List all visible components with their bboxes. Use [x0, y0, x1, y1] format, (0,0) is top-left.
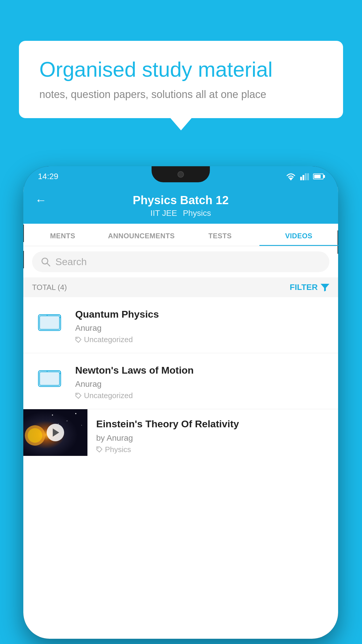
video-title: Einstein's Theory Of Relativity [96, 417, 329, 430]
video-title: Quantum Physics [75, 308, 329, 321]
folder-thumbnail-quantum [32, 306, 67, 335]
video-info-einstein: Einstein's Theory Of Relativity by Anura… [87, 409, 338, 462]
svg-rect-1 [300, 177, 302, 180]
filter-row: TOTAL (4) FILTER [23, 277, 338, 297]
video-tag: Physics [96, 445, 329, 454]
search-icon [41, 257, 51, 267]
video-info-quantum: Quantum Physics Anurag Uncategorized [75, 306, 329, 344]
play-icon [53, 428, 59, 437]
total-count: TOTAL (4) [32, 283, 67, 292]
search-bar[interactable]: Search [32, 251, 329, 272]
play-button[interactable] [47, 424, 64, 441]
list-item[interactable]: Quantum Physics Anurag Uncategorized [23, 297, 338, 353]
header-title: Physics Batch 12 [133, 194, 229, 207]
svg-rect-3 [305, 173, 307, 180]
svg-rect-12 [40, 372, 59, 385]
svg-point-18 [67, 421, 68, 421]
svg-point-16 [28, 428, 42, 443]
tag-icon [75, 393, 82, 399]
svg-rect-4 [307, 173, 309, 180]
svg-marker-0 [289, 178, 293, 181]
svg-point-19 [75, 413, 76, 414]
tab-announcements[interactable]: ANNOUNCEMENTS [102, 224, 181, 246]
search-bar-container: Search [23, 246, 338, 277]
video-title: Newton's Laws of Motion [75, 364, 329, 377]
svg-line-6 [47, 263, 50, 266]
filter-icon [321, 283, 329, 291]
filter-label: FILTER [290, 283, 318, 292]
tab-documents[interactable]: MENTS [23, 224, 102, 246]
tab-videos[interactable]: VIDEOS [259, 224, 338, 246]
video-tag: Uncategorized [75, 335, 329, 344]
filter-button[interactable]: FILTER [290, 283, 329, 292]
svg-marker-7 [321, 284, 329, 291]
wifi-icon [286, 172, 296, 181]
header-subtitle: IIT JEE Physics [150, 209, 211, 218]
video-info-newton: Newton's Laws of Motion Anurag Uncategor… [75, 362, 329, 400]
svg-point-13 [76, 394, 78, 395]
video-tag: Uncategorized [75, 391, 329, 400]
tag-icon [96, 446, 103, 453]
svg-point-10 [76, 338, 78, 339]
tabs-bar: MENTS ANNOUNCEMENTS TESTS VIDEOS [23, 224, 338, 246]
list-item[interactable]: Newton's Laws of Motion Anurag Uncategor… [23, 353, 338, 409]
header-top: ← Physics Batch 12 [35, 194, 326, 207]
volume-down-button [23, 251, 24, 268]
tab-tests[interactable]: TESTS [181, 224, 259, 246]
status-bar: 14:29 [23, 166, 338, 187]
phone-notch [152, 166, 210, 182]
svg-point-17 [52, 414, 53, 416]
back-button[interactable]: ← [35, 194, 47, 207]
header-tag-iitjee: IIT JEE [150, 209, 177, 218]
folder-icon [38, 309, 61, 332]
video-author: Anurag [75, 323, 329, 333]
phone-screen: ← Physics Batch 12 IIT JEE Physics MENTS… [23, 187, 338, 639]
front-camera [178, 171, 184, 178]
search-placeholder: Search [55, 256, 87, 267]
tag-icon [75, 337, 82, 343]
list-item[interactable]: Einstein's Theory Of Relativity by Anura… [23, 409, 338, 462]
folder-thumbnail-newton [32, 362, 67, 391]
status-time: 14:29 [38, 172, 58, 181]
svg-point-20 [81, 425, 82, 426]
video-thumbnail-einstein [23, 409, 87, 456]
battery-icon [313, 174, 324, 179]
svg-point-22 [97, 447, 99, 449]
signal-icon [300, 173, 309, 180]
status-icons [286, 172, 324, 181]
bubble-subtitle: notes, question papers, solutions all at… [39, 88, 323, 101]
phone-frame: 14:29 ← Phy [23, 166, 338, 639]
bubble-title: Organised study material [39, 57, 323, 82]
svg-rect-2 [303, 175, 304, 180]
header-tag-physics: Physics [183, 209, 211, 218]
speech-bubble-container: Organised study material notes, question… [19, 41, 343, 118]
speech-bubble: Organised study material notes, question… [19, 41, 343, 118]
svg-rect-9 [40, 316, 59, 329]
app-header: ← Physics Batch 12 IIT JEE Physics [23, 187, 338, 224]
video-list: Quantum Physics Anurag Uncategorized [23, 297, 338, 462]
video-author: by Anurag [96, 433, 329, 443]
video-author: Anurag [75, 379, 329, 389]
folder-icon [38, 365, 61, 388]
